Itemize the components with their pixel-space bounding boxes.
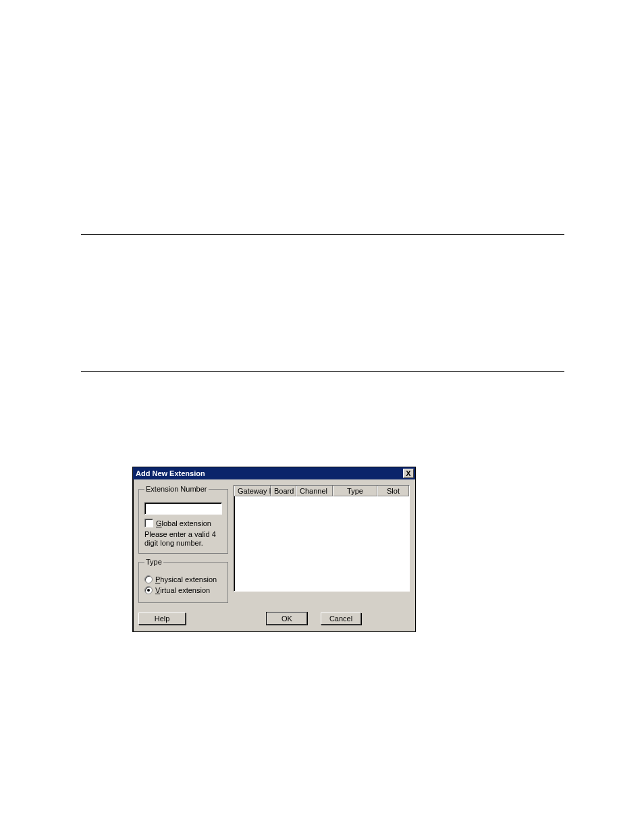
extension-help-text: Please enter a valid 4 digit long number… (144, 530, 222, 548)
checkbox-icon (144, 519, 153, 527)
grid-header-slot[interactable]: Slot (377, 486, 409, 496)
extension-number-group: Extension Number Global extension Please… (138, 485, 228, 554)
ok-button[interactable]: OK (267, 613, 307, 625)
extension-number-input[interactable] (144, 502, 222, 515)
grid-header-board[interactable]: Board (271, 486, 296, 496)
horizontal-rule (81, 234, 564, 235)
help-button[interactable]: Help (138, 613, 186, 625)
dialog-title: Add New Extension (136, 469, 205, 477)
type-legend: Type (144, 558, 163, 566)
left-column: Extension Number Global extension Please… (138, 485, 228, 603)
virtual-extension-label: Virtual extension (155, 586, 210, 594)
add-new-extension-dialog: Add New Extension X Extension Number Glo… (132, 467, 416, 632)
titlebar: Add New Extension X (133, 467, 415, 479)
close-button[interactable]: X (403, 469, 414, 478)
right-column: Gateway Id Board Channel Type Slot (234, 485, 410, 603)
radio-icon (144, 586, 153, 594)
type-group: Type Physical extension Virtual extensio… (138, 558, 228, 603)
virtual-extension-radio[interactable]: Virtual extension (144, 586, 222, 594)
cancel-button[interactable]: Cancel (321, 613, 361, 625)
grid-header-type[interactable]: Type (333, 486, 377, 496)
global-extension-label: Global extension (156, 519, 211, 527)
channel-grid[interactable]: Gateway Id Board Channel Type Slot (234, 485, 410, 592)
radio-icon (144, 575, 153, 583)
global-extension-checkbox-row[interactable]: Global extension (144, 519, 222, 527)
horizontal-rule (81, 371, 564, 372)
extension-number-legend: Extension Number (144, 485, 209, 493)
dialog-button-row: Help OK Cancel (133, 608, 415, 631)
dialog-body: Extension Number Global extension Please… (133, 479, 415, 608)
physical-extension-label: Physical extension (155, 575, 217, 583)
grid-header-row: Gateway Id Board Channel Type Slot (234, 486, 409, 496)
close-icon: X (406, 469, 410, 477)
physical-extension-radio[interactable]: Physical extension (144, 575, 222, 583)
grid-header-channel[interactable]: Channel (296, 486, 333, 496)
grid-header-gateway[interactable]: Gateway Id (234, 486, 271, 496)
